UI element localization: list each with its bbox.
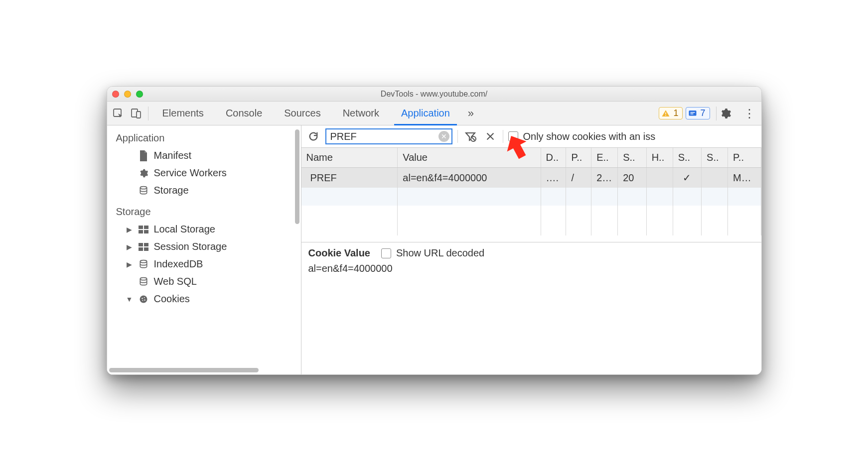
svg-rect-11	[139, 243, 143, 246]
table-header-row: Name Value D.. P.. E.. S.. H.. S.. S.. P…	[301, 148, 761, 168]
svg-point-16	[140, 277, 146, 280]
table-row[interactable]: PREF al=en&f4=4000000 …. / 2… 20 ✓ M…	[301, 168, 761, 188]
cookies-table: Name Value D.. P.. E.. S.. H.. S.. S.. P…	[301, 148, 761, 242]
divider	[148, 107, 148, 120]
sidebar-item-indexeddb[interactable]: ▶ IndexedDB	[107, 255, 301, 273]
application-sidebar: Application Manifest Service Workers	[107, 125, 301, 374]
disclosure-triangle-icon[interactable]: ▶	[126, 243, 133, 251]
table-row[interactable]	[301, 206, 761, 235]
scrollbar-horizontal[interactable]	[109, 368, 259, 372]
filter-input[interactable]	[326, 130, 451, 143]
warning-icon	[661, 109, 670, 118]
column-value[interactable]: Value	[398, 148, 541, 168]
toggle-device-toolbar-icon[interactable]	[127, 105, 145, 122]
minimize-window-button[interactable]	[124, 91, 131, 98]
cookie-icon	[138, 294, 149, 305]
cell-httponly[interactable]	[646, 168, 673, 188]
sidebar-item-manifest[interactable]: Manifest	[107, 147, 301, 164]
column-size[interactable]: S..	[618, 148, 646, 168]
devtools-window: DevTools - www.youtube.com/ Elements Con…	[107, 86, 762, 375]
column-secure[interactable]: S..	[673, 148, 701, 168]
tab-sources[interactable]: Sources	[273, 102, 331, 125]
cell-samesite[interactable]	[702, 168, 728, 188]
settings-icon[interactable]	[720, 108, 739, 119]
svg-point-19	[144, 297, 145, 298]
warnings-count: 1	[673, 108, 678, 118]
cell-name[interactable]: PREF	[301, 168, 398, 188]
table-row[interactable]	[301, 188, 761, 206]
cell-size[interactable]: 20	[618, 168, 646, 188]
scrollbar-vertical[interactable]	[295, 129, 299, 224]
column-httponly[interactable]: H..	[646, 148, 673, 168]
cell-priority[interactable]: M…	[728, 168, 761, 188]
column-domain[interactable]: D..	[541, 148, 566, 168]
svg-rect-7	[139, 226, 143, 229]
sidebar-item-label: Cookies	[154, 293, 190, 305]
column-samesite[interactable]: S..	[702, 148, 728, 168]
svg-point-21	[142, 300, 143, 301]
delete-selected-icon[interactable]	[483, 129, 498, 144]
svg-rect-12	[144, 243, 148, 246]
svg-rect-5	[689, 111, 697, 116]
divider	[716, 107, 717, 120]
only-issues-checkbox[interactable]	[508, 131, 518, 141]
clear-all-filter-icon[interactable]	[463, 129, 478, 144]
inspect-element-icon[interactable]	[109, 105, 127, 122]
column-name[interactable]: Name	[301, 148, 398, 168]
clear-filter-icon[interactable]: ✕	[438, 131, 449, 142]
show-url-decoded-label: Show URL decoded	[396, 247, 484, 259]
cell-path[interactable]: /	[566, 168, 591, 188]
panel-body: Application Manifest Service Workers	[107, 125, 761, 374]
messages-badge[interactable]: 7	[686, 107, 710, 119]
svg-rect-8	[144, 226, 148, 229]
cell-expires[interactable]: 2…	[591, 168, 618, 188]
sidebar-item-label: Storage	[154, 185, 189, 196]
refresh-icon[interactable]	[306, 129, 320, 143]
more-options-icon[interactable]: ⋮	[739, 107, 759, 120]
svg-point-18	[142, 298, 143, 299]
sidebar-item-label: Manifest	[154, 150, 192, 161]
tab-application[interactable]: Application	[390, 102, 461, 125]
zoom-window-button[interactable]	[136, 91, 143, 98]
database-icon	[138, 185, 149, 196]
column-path[interactable]: P..	[566, 148, 591, 168]
svg-rect-10	[144, 230, 148, 233]
svg-point-17	[140, 295, 147, 303]
sidebar-item-cookies[interactable]: ▼ Cookies	[107, 290, 301, 308]
disclosure-triangle-icon[interactable]: ▶	[126, 226, 133, 233]
svg-rect-14	[144, 247, 148, 251]
disclosure-triangle-icon[interactable]: ▼	[126, 295, 133, 303]
tab-network[interactable]: Network	[332, 102, 390, 125]
sidebar-group-application: Application	[107, 125, 301, 147]
database-icon	[138, 259, 149, 270]
sidebar-item-local-storage[interactable]: ▶ Local Storage	[107, 221, 301, 238]
cookies-toolbar: ✕ Only show cookies with an iss	[301, 125, 761, 148]
sidebar-group-storage: Storage	[107, 199, 301, 221]
cell-domain[interactable]: ….	[541, 168, 566, 188]
column-priority[interactable]: P..	[728, 148, 761, 168]
cell-secure[interactable]: ✓	[673, 168, 701, 188]
message-icon	[688, 109, 697, 118]
sidebar-item-storage[interactable]: Storage	[107, 182, 301, 199]
disclosure-triangle-icon[interactable]: ▶	[126, 260, 133, 268]
sidebar-item-session-storage[interactable]: ▶ Session Storage	[107, 238, 301, 255]
cookies-panel: ✕ Only show cookies with an iss	[301, 125, 761, 374]
cell-value[interactable]: al=en&f4=4000000	[398, 168, 541, 188]
warnings-badge[interactable]: 1	[659, 107, 683, 119]
sidebar-item-websql[interactable]: Web SQL	[107, 273, 301, 290]
tab-elements[interactable]: Elements	[151, 102, 215, 125]
show-url-decoded-checkbox[interactable]	[381, 248, 391, 258]
table-icon	[138, 241, 149, 252]
file-icon	[138, 150, 149, 161]
sidebar-item-service-workers[interactable]: Service Workers	[107, 164, 301, 182]
cookie-value-heading: Cookie Value	[308, 247, 371, 259]
close-window-button[interactable]	[112, 91, 119, 98]
gear-icon	[138, 168, 149, 179]
table-icon	[138, 224, 149, 235]
more-tabs-button[interactable]: »	[461, 107, 481, 120]
sidebar-item-label: Session Storage	[154, 241, 227, 252]
column-expires[interactable]: E..	[591, 148, 618, 168]
tab-console[interactable]: Console	[215, 102, 273, 125]
svg-rect-3	[666, 112, 667, 114]
cookie-detail: Cookie Value Show URL decoded al=en&f4=4…	[301, 242, 761, 279]
